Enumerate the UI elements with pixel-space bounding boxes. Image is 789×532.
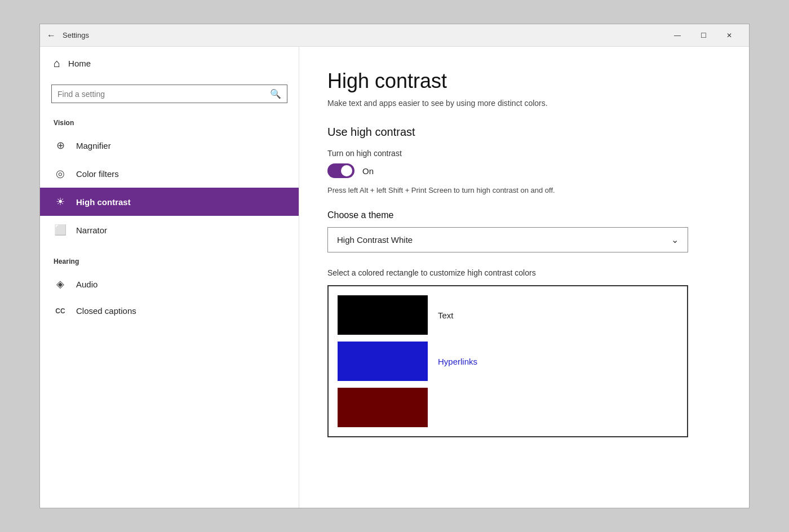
color-row-disabled	[338, 388, 678, 427]
shortcut-hint: Press left Alt + left Shift + Print Scre…	[327, 186, 688, 194]
text-color-swatch[interactable]	[338, 295, 428, 335]
sidebar-item-magnifier[interactable]: ⊕ Magnifier	[40, 131, 299, 159]
theme-dropdown[interactable]: High Contrast White ⌄	[327, 227, 688, 252]
high-contrast-toggle[interactable]	[327, 163, 354, 178]
sidebar-item-color-filters[interactable]: ◎ Color filters	[40, 159, 299, 188]
toggle-knob	[341, 165, 352, 176]
color-filters-icon: ◎	[54, 167, 67, 180]
home-label: Home	[68, 59, 91, 68]
sidebar-item-narrator[interactable]: ⬜ Narrator	[40, 216, 299, 244]
title-bar: ← Settings — ☐ ✕	[40, 24, 749, 47]
high-contrast-icon: ☀	[54, 196, 67, 208]
page-subtitle: Make text and apps easier to see by usin…	[327, 99, 721, 108]
dropdown-arrow-icon: ⌄	[671, 234, 679, 245]
theme-label: Choose a theme	[327, 210, 721, 220]
hyperlinks-color-swatch[interactable]	[338, 342, 428, 381]
hearing-section-label: Hearing	[40, 252, 299, 270]
search-input[interactable]	[57, 90, 270, 99]
content-area: ⌂ Home 🔍 Vision ⊕ Magnifier ◎ Color filt…	[40, 47, 749, 508]
sidebar-item-audio[interactable]: ◈ Audio	[40, 270, 299, 298]
theme-selected: High Contrast White	[337, 235, 413, 245]
toggle-row: On	[327, 163, 721, 178]
back-button[interactable]: ←	[47, 30, 56, 41]
closed-captions-label: Closed captions	[76, 306, 136, 316]
close-button[interactable]: ✕	[716, 24, 742, 47]
search-icon: 🔍	[270, 88, 281, 99]
minimize-button[interactable]: —	[664, 24, 690, 47]
closed-captions-icon: CC	[54, 307, 67, 315]
narrator-icon: ⬜	[54, 224, 67, 236]
use-high-contrast-heading: Use high contrast	[327, 126, 721, 139]
narrator-label: Narrator	[76, 225, 107, 235]
sidebar-item-closed-captions[interactable]: CC Closed captions	[40, 298, 299, 323]
home-icon: ⌂	[54, 57, 60, 70]
sidebar-item-high-contrast[interactable]: ☀ High contrast	[40, 188, 299, 216]
toggle-status: On	[362, 166, 374, 176]
window-controls: — ☐ ✕	[664, 24, 742, 47]
color-palette-box: Text Hyperlinks	[327, 285, 688, 437]
high-contrast-label: High contrast	[76, 197, 131, 207]
settings-window: ← Settings — ☐ ✕ ⌂ Home 🔍 Vision ⊕ Magni…	[39, 24, 750, 508]
sidebar: ⌂ Home 🔍 Vision ⊕ Magnifier ◎ Color filt…	[40, 47, 299, 508]
hyperlinks-color-label: Hyperlinks	[438, 357, 477, 366]
main-content: High contrast Make text and apps easier …	[299, 47, 749, 508]
disabled-color-swatch[interactable]	[338, 388, 428, 427]
audio-icon: ◈	[54, 278, 67, 290]
magnifier-label: Magnifier	[76, 141, 111, 150]
toggle-label: Turn on high contrast	[327, 149, 721, 158]
vision-section-label: Vision	[40, 113, 299, 131]
sidebar-home[interactable]: ⌂ Home	[40, 47, 299, 80]
text-color-label: Text	[438, 311, 454, 320]
color-row-hyperlinks: Hyperlinks	[338, 342, 678, 381]
maximize-button[interactable]: ☐	[690, 24, 716, 47]
customize-label: Select a colored rectangle to customize …	[327, 268, 721, 277]
audio-label: Audio	[76, 280, 97, 289]
search-box[interactable]: 🔍	[51, 85, 287, 103]
color-filters-label: Color filters	[76, 169, 119, 179]
window-title: Settings	[63, 31, 89, 39]
magnifier-icon: ⊕	[54, 139, 67, 152]
color-row-text: Text	[338, 295, 678, 335]
hearing-section: Hearing ◈ Audio CC Closed captions	[40, 252, 299, 323]
page-title: High contrast	[327, 69, 721, 93]
